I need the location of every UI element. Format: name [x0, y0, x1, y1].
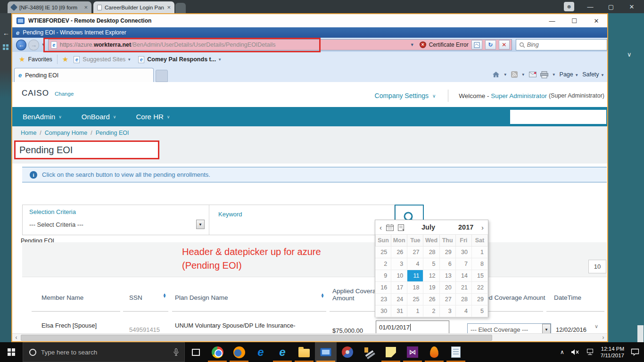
taskbar-search-box[interactable]: Type here to search	[23, 342, 185, 362]
volume-muted-icon[interactable]	[571, 349, 579, 355]
print-icon[interactable]	[540, 71, 548, 78]
datepicker-day[interactable]: 25	[375, 247, 391, 258]
refresh-button[interactable]: ↻	[485, 40, 496, 49]
taskbar-firefox[interactable]	[228, 342, 250, 362]
new-tab-button[interactable]	[156, 70, 168, 82]
taskbar-disc-app[interactable]	[337, 342, 358, 362]
datepicker-day[interactable]: 29	[440, 247, 456, 258]
compatibility-view-button[interactable]	[471, 40, 482, 49]
datepicker-day[interactable]: 14	[456, 270, 472, 282]
elect-coverage-select[interactable]: --- Elect Coverage --- ▼	[467, 323, 551, 333]
datepicker-day[interactable]: 25	[407, 294, 423, 305]
datepicker-day[interactable]: 27	[407, 247, 423, 258]
sort-icon[interactable]: ▲▼	[321, 293, 324, 298]
sort-icon[interactable]: ▲▼	[163, 293, 166, 298]
datepicker-day[interactable]: 30	[375, 305, 391, 317]
prev-month-icon[interactable]: ‹	[380, 223, 382, 231]
datepicker-day[interactable]: 5	[423, 258, 439, 270]
row-expand-chevron-icon[interactable]: ∨	[594, 323, 598, 329]
datepicker-day[interactable]: 20	[440, 282, 456, 294]
nav-onboard[interactable]: OnBoard∨	[82, 113, 116, 121]
datepicker-day[interactable]: 3	[440, 305, 456, 317]
datepicker-day[interactable]: 1	[472, 247, 488, 258]
taskbar-internet-explorer[interactable]: e	[272, 342, 293, 362]
datepicker-day[interactable]: 4	[407, 258, 423, 270]
select-dropdown-icon[interactable]: ▼	[542, 324, 551, 333]
datepicker-day[interactable]: 29	[472, 294, 488, 305]
rdp-close-button[interactable]: ✕	[589, 15, 603, 26]
effective-date-input[interactable]: 01/01/2017	[376, 321, 449, 333]
datepicker-day[interactable]: 27	[440, 294, 456, 305]
datepicker-day[interactable]: 10	[391, 270, 407, 282]
browser-forward-button[interactable]: →	[28, 40, 39, 50]
page-size-selector[interactable]: 10	[588, 260, 606, 273]
datepicker-day[interactable]: 9	[375, 270, 391, 282]
tray-expand-chevron-icon[interactable]: ∧	[560, 349, 564, 355]
tab-close-icon[interactable]: ×	[167, 4, 171, 11]
datepicker-day[interactable]: 2	[375, 258, 391, 270]
chrome-tab-careerbuilder[interactable]: CareerBuilder Login Pane ×	[93, 1, 174, 13]
nav-benadmin[interactable]: BenAdmin∨	[23, 113, 62, 121]
datepicker-day[interactable]: 8	[472, 258, 488, 270]
url-history-dropdown-icon[interactable]: ▼	[410, 42, 414, 47]
bing-search-box[interactable]: Bing	[516, 39, 607, 50]
suggested-sites-button[interactable]: Suggested Sites	[83, 56, 125, 63]
chevron-down-icon[interactable]: ∨	[627, 51, 632, 58]
home-icon[interactable]	[492, 71, 500, 78]
taskbar-admin-tools[interactable]	[358, 342, 380, 362]
action-center-icon[interactable]	[631, 348, 639, 356]
page-menu-button[interactable]: Page ▼	[560, 71, 579, 78]
back-arrow-icon[interactable]: ←	[3, 29, 9, 37]
breadcrumb-home[interactable]: Home	[21, 130, 36, 136]
datepicker-day[interactable]: 28	[423, 247, 439, 258]
scroll-right-arrow[interactable]: ›	[599, 334, 607, 341]
chevron-down-icon[interactable]: ▼	[127, 58, 131, 62]
taskbar-notepad[interactable]	[445, 342, 467, 362]
datepicker-day[interactable]: 18	[407, 282, 423, 294]
change-company-link[interactable]: Change	[55, 91, 74, 97]
taskbar-file-explorer[interactable]	[293, 342, 315, 362]
breadcrumb-pending-eoi[interactable]: Pending EOI	[96, 130, 129, 136]
calendar-icon[interactable]	[386, 224, 394, 231]
taskbar-chrome[interactable]	[206, 342, 228, 362]
chevron-down-icon[interactable]: ▼	[504, 73, 507, 77]
datepicker-day[interactable]: 2	[423, 305, 439, 317]
datepicker-day[interactable]: 19	[423, 282, 439, 294]
datepicker-year[interactable]: 2017	[458, 223, 473, 231]
taskbar-clock[interactable]: 12:14 PM 7/11/2017	[601, 346, 624, 359]
datepicker-day[interactable]: 1	[407, 305, 423, 317]
chrome-profile-icon[interactable]: ☻	[564, 2, 574, 11]
chevron-down-icon[interactable]: ▼	[218, 58, 222, 62]
datepicker-day[interactable]: 26	[391, 247, 407, 258]
datepicker-day[interactable]: 7	[456, 258, 472, 270]
chrome-maximize-button[interactable]: ▢	[602, 0, 620, 13]
task-view-button[interactable]	[185, 342, 206, 362]
global-search-input[interactable]	[510, 110, 606, 124]
certificate-error-label[interactable]: Certificate Error	[429, 41, 469, 48]
datepicker-day[interactable]: 24	[391, 294, 407, 305]
start-button[interactable]	[0, 342, 23, 362]
datepicker-day[interactable]: 28	[456, 294, 472, 305]
taskbar-edge[interactable]: e	[250, 342, 272, 362]
nav-corehr[interactable]: Core HR∨	[136, 113, 170, 121]
network-icon[interactable]	[586, 349, 594, 355]
favorites-folder-button[interactable]: Comey Pal Responds t...	[147, 56, 216, 63]
tab-close-icon[interactable]: ×	[84, 4, 88, 11]
browser-back-button[interactable]: ←	[16, 40, 26, 50]
datepicker-day[interactable]: 6	[440, 258, 456, 270]
breadcrumb-company-home[interactable]: Company Home	[45, 130, 87, 136]
datepicker-day[interactable]: 12	[423, 270, 439, 282]
stop-button[interactable]: ✕	[499, 40, 510, 49]
taskbar-flame-app[interactable]	[423, 342, 445, 362]
horizontal-scrollbar[interactable]: ‹ ›	[12, 333, 607, 341]
datepicker-day[interactable]: 21	[456, 282, 472, 294]
rdp-minimize-button[interactable]: —	[545, 15, 559, 26]
add-favorite-icon[interactable]: ★	[62, 55, 68, 64]
chevron-down-icon[interactable]: ▼	[521, 73, 525, 77]
background-scrollbar[interactable]	[637, 325, 644, 342]
rdp-maximize-button[interactable]: ☐	[567, 15, 581, 26]
taskbar-visual-studio[interactable]: ⋈	[402, 342, 423, 362]
scrollbar-thumb[interactable]	[21, 335, 492, 341]
datepicker-day[interactable]: 23	[375, 294, 391, 305]
ie-tab-pending-eoi[interactable]: e Pending EOI	[14, 68, 154, 82]
